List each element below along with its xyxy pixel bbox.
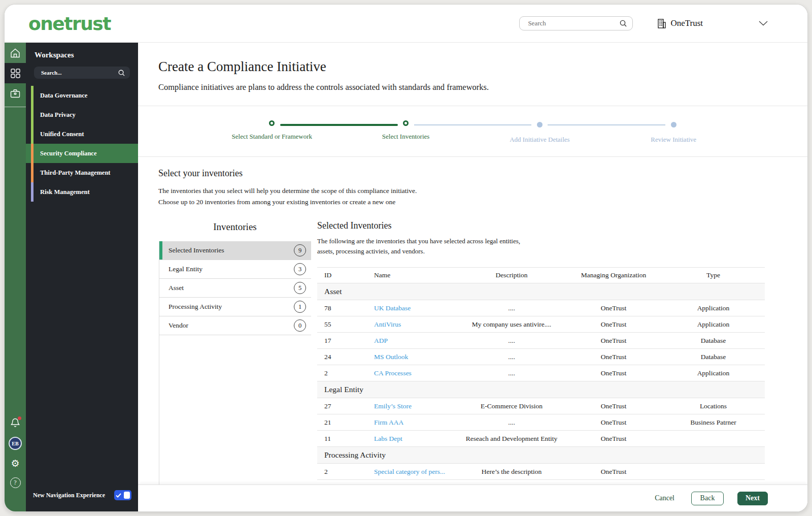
table-row: 24MS Outlook....OneTrustDatabase	[317, 349, 765, 365]
cell-description: Here’s the description	[458, 468, 565, 476]
cell-managing-organization: OneTrust	[565, 304, 662, 312]
cell-managing-organization: OneTrust	[565, 468, 662, 476]
org-name: OneTrust	[670, 18, 703, 28]
sidebar-item-security-compliance[interactable]: Security Compliance	[26, 144, 138, 163]
cell-managing-organization: OneTrust	[565, 353, 662, 361]
inventory-link[interactable]: Labs Dept	[374, 435, 402, 442]
cell-managing-organization: OneTrust	[565, 402, 662, 410]
cell-type: Application	[662, 369, 765, 377]
cell-managing-organization: OneTrust	[565, 320, 662, 329]
table-row: 55AntiVirusMy company uses antivire....O…	[317, 316, 765, 333]
selected-inventories-panel: Selected Inventories The following are t…	[317, 220, 765, 485]
stepper-step-select-inventories[interactable]: Select Inventories	[335, 120, 477, 141]
cell-id: 21	[317, 418, 374, 427]
inventory-link[interactable]: Firm AAA	[374, 418, 403, 426]
cell-type: Business Patrner	[662, 418, 765, 427]
workspace-accent-bar	[31, 86, 33, 105]
cell-description: ....	[458, 304, 565, 312]
cell-description: ....	[458, 418, 565, 427]
inventories-title: Inventories	[159, 221, 311, 233]
stepper: Select Standard or FrameworkSelect Inven…	[138, 106, 807, 157]
inventory-category-legal-entity[interactable]: Legal Entity3	[159, 260, 311, 279]
cell-managing-organization: OneTrust	[565, 337, 662, 345]
main-content: Create a Compliance Initiative Complianc…	[138, 43, 807, 511]
cell-id: 11	[317, 435, 374, 443]
search-icon	[619, 19, 627, 27]
workspaces-search-input[interactable]	[40, 69, 118, 76]
sidebar-item-data-governance[interactable]: Data Governance	[26, 86, 138, 105]
inventory-category-vendor[interactable]: Vendor0	[159, 316, 311, 335]
cell-name: ADP	[374, 337, 458, 345]
workspaces-search[interactable]	[34, 67, 130, 79]
inventory-link[interactable]: CA Processes	[374, 369, 412, 377]
inventories-panel: Inventories Selected Inventories9Legal E…	[159, 220, 311, 485]
icon-rail: EB ⚙ ?	[5, 43, 26, 511]
step-label: Select Standard or Framework	[232, 133, 312, 141]
workspaces-list: Data GovernanceData PrivacyUnified Conse…	[26, 86, 138, 202]
section-description: The inventories that you select will hel…	[158, 185, 787, 207]
sidebar-item-data-privacy[interactable]: Data Privacy	[26, 105, 138, 124]
step-dot-icon	[671, 122, 676, 127]
back-button[interactable]: Back	[691, 492, 724, 505]
org-selector[interactable]: OneTrust	[657, 18, 703, 28]
new-navigation-toggle[interactable]	[114, 490, 131, 500]
table-group-row-processing-activity: Processing Activity	[317, 447, 765, 464]
toggle-knob	[124, 492, 130, 499]
selected-inventories-table: IDNameDescriptionManaging OrganizationTy…	[317, 267, 765, 480]
table-row: 27Emily’s StoreE-Commerce DivisionOneTru…	[317, 398, 765, 414]
sidebar-item-unified-consent[interactable]: Unified Consent	[26, 124, 138, 144]
stepper-step-select-standard-or-framework[interactable]: Select Standard or Framework	[201, 120, 343, 141]
apps-nav-button[interactable]	[5, 83, 26, 104]
stepper-step-review-initiative[interactable]: Review Initiative	[602, 120, 745, 144]
cell-name: CA Processes	[374, 369, 458, 377]
cell-managing-organization: OneTrust	[565, 418, 662, 427]
cell-type: Database	[662, 353, 765, 361]
cell-type: Application	[662, 320, 765, 329]
inventory-category-processing-activity[interactable]: Processing Activity1	[159, 298, 311, 316]
stepper-step-add-initiative-detailes[interactable]: Add Initiative Detailes	[468, 120, 611, 144]
step-dot-icon	[537, 122, 543, 127]
inventory-link[interactable]: UK Database	[374, 304, 411, 312]
avatar[interactable]: EB	[9, 437, 22, 450]
global-search[interactable]	[519, 16, 633, 30]
cancel-button[interactable]: Cancel	[652, 494, 678, 503]
sidebar-item-third-party-management[interactable]: Third-Party Management	[26, 163, 138, 182]
inventory-link[interactable]: Emily’s Store	[374, 402, 412, 410]
cell-name: Labs Dept	[374, 435, 458, 443]
inventory-category-label: Vendor	[168, 321, 188, 330]
home-icon	[10, 48, 20, 58]
workspaces-nav-button[interactable]	[5, 63, 26, 83]
cell-description: ....	[458, 337, 565, 345]
cell-name: Special category of pers...	[374, 468, 458, 476]
workspace-accent-bar	[31, 144, 33, 163]
cell-description: ....	[458, 353, 565, 361]
top-bar: onetrust	[5, 5, 807, 43]
cell-description: My company uses antivire....	[458, 320, 565, 329]
inventory-link[interactable]: MS Outlook	[374, 353, 408, 361]
cell-name: MS Outlook	[374, 353, 458, 361]
section-title: Select your inventories	[158, 168, 787, 179]
settings-button[interactable]: ⚙	[11, 459, 19, 469]
chevron-down-icon[interactable]	[759, 21, 768, 26]
next-button[interactable]: Next	[737, 492, 768, 505]
cell-description: ....	[458, 369, 565, 377]
inventory-category-selected-inventories[interactable]: Selected Inventories9	[159, 241, 311, 260]
workspace-accent-bar	[31, 182, 33, 202]
global-search-input[interactable]	[527, 19, 619, 28]
workspaces-title: Workspaces	[35, 51, 138, 59]
page-title: Create a Compliance Initiative	[158, 59, 787, 75]
home-nav-button[interactable]	[5, 43, 26, 63]
sidebar-item-risk-management[interactable]: Risk Management	[26, 182, 138, 202]
inventories-list: Selected Inventories9Legal Entity3Asset5…	[159, 241, 311, 485]
inventory-category-asset[interactable]: Asset5	[159, 279, 311, 298]
cell-id: 17	[317, 337, 374, 345]
rail-divider	[5, 107, 26, 107]
inventory-link[interactable]: AntiVirus	[374, 320, 401, 328]
notifications-button[interactable]	[10, 417, 20, 428]
inventory-link[interactable]: ADP	[374, 337, 388, 344]
inventory-category-label: Processing Activity	[168, 303, 222, 311]
help-button[interactable]: ?	[10, 477, 21, 488]
column-header-name: Name	[374, 271, 458, 279]
workspace-accent-bar	[31, 163, 33, 182]
inventory-link[interactable]: Special category of pers...	[374, 468, 445, 475]
